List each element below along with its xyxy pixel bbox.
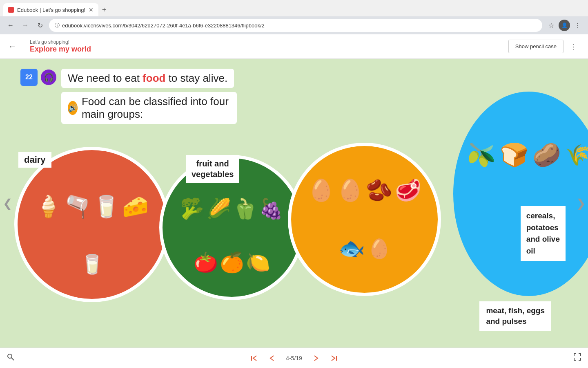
next-page-button[interactable] — [312, 354, 320, 362]
tab-close-button[interactable]: ✕ — [89, 7, 94, 13]
circles-area: 🍦 🫗 🥛 🧀 🥛 dairy 🥦 🌽 🫑 🍇 🍅 🍊 — [0, 124, 588, 348]
dairy-label: dairy — [18, 152, 51, 168]
app-header: ← Let's go shopping! Explore my world Sh… — [0, 34, 588, 59]
dairy-circle: 🍦 🫗 🥛 🧀 🥛 — [14, 147, 169, 302]
grain-emoji: 🌾 — [565, 143, 588, 167]
app-back-button[interactable]: ← — [8, 42, 16, 51]
menu-button[interactable]: ⋮ — [572, 20, 583, 31]
egg2-emoji: 🥚 — [337, 178, 363, 203]
zoom-button[interactable] — [7, 353, 15, 363]
pepper-emoji: 🫑 — [233, 197, 257, 220]
new-tab-button[interactable]: + — [98, 4, 110, 16]
bookmark-button[interactable]: ☆ — [546, 20, 557, 31]
orange-emoji: 🍊 — [220, 251, 244, 274]
profile-button[interactable]: 👤 — [559, 20, 570, 31]
grapes-emoji: 🍇 — [259, 197, 283, 220]
prev-page-button[interactable] — [268, 354, 276, 362]
reload-button[interactable]: ↻ — [34, 20, 46, 31]
yogurt-emoji: 🥛 — [80, 253, 104, 275]
text-after-food: to stay alive. — [165, 72, 227, 84]
address-input[interactable]: ⓘ edubook.vicensvives.com/b/3042/62d2707… — [49, 19, 542, 32]
text-area: 22 🎧 We need to eat food to stay alive. … — [20, 69, 237, 124]
browser-chrome: Edubook | Let's go shopping! ✕ + ← → ↻ ⓘ… — [0, 0, 588, 34]
svg-line-1 — [11, 358, 14, 360]
main-content: ❮ 22 🎧 We need to eat food to stay alive… — [0, 59, 588, 348]
food-word: food — [143, 72, 165, 84]
tab-title: Edubook | Let's go shopping! — [17, 7, 85, 13]
corn-emoji: 🌽 — [207, 197, 231, 220]
milk-jug-emoji: 🫗 — [64, 194, 91, 219]
fish-emoji: 🐟 — [339, 236, 365, 261]
fruit-vegetables-label: fruit andvegetables — [186, 155, 239, 183]
url-text: edubook.vicensvives.com/b/3042/62d27072-… — [62, 22, 265, 29]
lemon-emoji: 🍋 — [246, 251, 270, 274]
speaker-icon: 🔊 — [68, 101, 78, 115]
page-number-badge: 22 — [20, 69, 38, 86]
meat-foods: 🥚 🥚 🫘 🥩 🐟 🥚 — [291, 146, 438, 293]
broccoli-emoji: 🥦 — [180, 197, 205, 220]
meat-fish-eggs-label: meat, fish, eggsand pulses — [479, 301, 551, 331]
oil-emoji: 🫒 — [467, 141, 496, 168]
cereals-area: 🫒 🍞 🥔 🌾 — [453, 92, 588, 296]
address-actions: ☆ 👤 ⋮ — [546, 20, 583, 31]
header-divider — [23, 39, 23, 54]
eggs-emoji: 🥚 — [308, 178, 334, 203]
page-indicator: 4-5/19 — [286, 355, 302, 361]
first-page-button[interactable] — [250, 354, 258, 362]
cereals-label: cereals,potatoesand oliveoil — [521, 206, 566, 261]
egg3-emoji: 🥚 — [368, 238, 391, 260]
show-pencil-case-button[interactable]: Show pencil case — [508, 40, 564, 53]
tab-bar: Edubook | Let's go shopping! ✕ + — [0, 0, 588, 16]
text-before-food: We need to eat — [68, 72, 143, 84]
fullscreen-button[interactable] — [573, 353, 581, 363]
cheese-emoji: 🧀 — [122, 194, 149, 219]
svg-point-0 — [8, 354, 12, 358]
last-page-button[interactable] — [330, 354, 338, 362]
active-tab[interactable]: Edubook | Let's go shopping! ✕ — [3, 3, 98, 16]
headphone-icon: 🎧 — [41, 70, 56, 85]
header-subtitle: Let's go shopping! — [30, 39, 508, 45]
dairy-foods: 🍦 🫗 🥛 🧀 🥛 — [18, 150, 166, 299]
text-line2: 🔊 Food can be classified into four main … — [61, 92, 237, 124]
next-page-arrow[interactable]: ❯ — [573, 191, 588, 215]
back-nav-button[interactable]: ← — [5, 20, 16, 31]
beans-emoji: 🫘 — [366, 178, 392, 203]
forward-nav-button[interactable]: → — [20, 20, 31, 31]
meat-circle: 🥚 🥚 🫘 🥩 🐟 🥚 — [288, 143, 441, 296]
cereals-foods: 🫒 🍞 🥔 🌾 — [453, 92, 588, 214]
header-title-block: Let's go shopping! Explore my world — [30, 39, 508, 54]
address-bar-row: ← → ↻ ⓘ edubook.vicensvives.com/b/3042/6… — [0, 16, 588, 34]
security-icon: ⓘ — [55, 22, 60, 29]
header-title: Explore my world — [30, 45, 508, 54]
more-options-button[interactable]: ⋮ — [567, 40, 580, 53]
prev-page-arrow[interactable]: ❮ — [0, 191, 15, 215]
text-block: We need to eat food to stay alive. 🔊 Foo… — [61, 69, 237, 124]
text-line2-content: Food can be classified into four main gr… — [82, 95, 230, 121]
meat-emoji: 🥩 — [395, 178, 421, 203]
text-line1: We need to eat food to stay alive. — [61, 69, 234, 88]
bread-emoji: 🍞 — [500, 141, 528, 168]
tab-favicon — [8, 7, 14, 13]
milk-glass-emoji: 🥛 — [93, 194, 120, 219]
potato-emoji: 🥔 — [532, 141, 561, 168]
bottom-toolbar: 4-5/19 — [0, 348, 588, 368]
tomato-emoji: 🍅 — [194, 251, 218, 274]
cream-emoji: 🍦 — [35, 194, 62, 219]
